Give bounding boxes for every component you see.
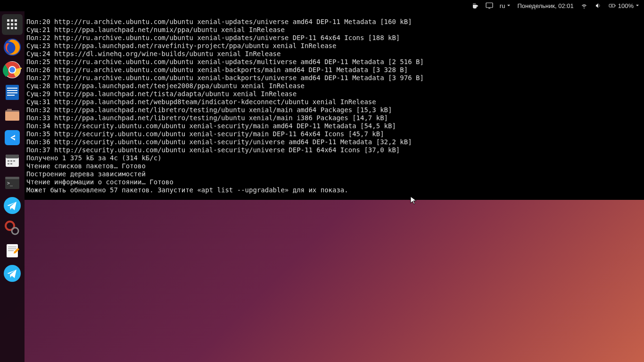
terminal-output-line: Сущ:21 http://ppa.launchpad.net/numix/pp… [26,26,642,34]
volume-indicator-icon[interactable] [594,2,602,9]
terminal-output-line: Пол:34 http://security.ubuntu.com/ubuntu… [26,122,642,130]
svg-rect-10 [7,27,9,29]
terminal-output-line: Пол:36 http://security.ubuntu.com/ubuntu… [26,138,642,146]
svg-rect-43 [8,250,14,251]
svg-rect-31 [13,160,15,162]
svg-rect-0 [486,3,493,8]
keyboard-language-indicator[interactable]: ru [500,2,511,9]
clock-label: Понедельник, 02:01 [517,2,573,9]
terminal-output-line: Сущ:23 http://ppa.launchpad.net/ravefini… [26,42,642,50]
svg-rect-25 [7,109,12,112]
svg-rect-20 [7,90,17,91]
display-indicator-icon[interactable] [486,2,493,9]
svg-rect-41 [8,247,17,247]
file-manager-icon[interactable] [2,105,23,125]
coffee-indicator-icon[interactable] [471,2,479,9]
chevron-down-icon [507,4,511,8]
terminal-output-line: Сущ:28 http://ppa.launchpad.net/teejee20… [26,82,642,90]
terminal-output-line: Сущ:31 http://ppa.launchpad.net/webupd8t… [26,98,642,106]
svg-rect-29 [8,160,9,162]
terminal-output-line: Пол:32 http://ppa.launchpad.net/libretro… [26,106,642,114]
settings-gears-icon[interactable] [2,218,23,239]
terminal-output-line: Пол:20 http://ru.archive.ubuntu.com/ubun… [26,18,642,26]
svg-rect-30 [10,160,12,162]
terminal-output-line: Сущ:24 https://dl.winehq.org/wine-builds… [26,50,642,58]
terminal-output-line: Построение дерева зависимостей [26,170,642,178]
terminal-output-line: Пол:27 http://ru.archive.ubuntu.com/ubun… [26,74,642,82]
svg-rect-21 [7,92,17,93]
mouse-cursor-icon [410,196,418,206]
unity-launcher: >_ [0,11,25,362]
telegram-alt-icon[interactable] [2,263,23,284]
text-editor-icon[interactable] [2,240,23,261]
terminal-output-line: Получено 1 375 kБ за 4с (314 kБ/c) [26,154,642,162]
svg-point-39 [12,228,18,234]
terminal-output: Пол:20 http://ru.archive.ubuntu.com/ubun… [26,18,642,194]
svg-rect-28 [6,155,19,158]
svg-rect-12 [15,27,17,29]
terminal-output-line: Чтение информации о состоянии… Готово [26,178,642,186]
svg-rect-33 [10,163,12,165]
svg-point-17 [9,67,15,73]
battery-indicator[interactable]: 100% [609,2,639,9]
terminal-output-line: Пол:22 http://ru.archive.ubuntu.com/ubun… [26,34,642,42]
terminal-output-line: Пол:26 http://ru.archive.ubuntu.com/ubun… [26,66,642,74]
terminal-output-line: Сущ:29 http://ppa.launchpad.net/tista/ad… [26,90,642,98]
clock-indicator[interactable]: Понедельник, 02:01 [517,2,573,9]
svg-rect-8 [11,23,13,25]
svg-rect-4 [7,19,9,22]
svg-text:>_: >_ [7,181,13,186]
svg-rect-24 [5,112,19,121]
battery-icon [609,2,616,9]
firefox-icon[interactable] [2,37,23,58]
svg-rect-32 [8,163,9,165]
telegram-icon[interactable] [2,195,23,216]
svg-rect-19 [7,88,17,89]
terminal-icon[interactable]: >_ [2,173,23,193]
svg-rect-11 [11,27,13,29]
share-icon[interactable] [2,127,23,148]
terminal-output-line: Пол:37 http://security.ubuntu.com/ubuntu… [26,146,642,154]
svg-rect-9 [15,23,17,25]
svg-rect-26 [5,130,20,145]
svg-rect-3 [615,5,616,6]
calendar-icon[interactable] [2,150,23,171]
terminal-output-line: Может быть обновлено 57 пакетов. Запусти… [26,186,642,194]
terminal-output-line: Чтение списков пакетов… Готово [26,162,642,170]
chevron-down-icon [636,4,639,8]
svg-rect-35 [5,177,19,179]
svg-rect-6 [15,19,17,22]
battery-label: 100% [618,2,634,9]
svg-rect-22 [7,95,15,96]
wifi-indicator-icon[interactable] [580,2,588,9]
svg-rect-42 [8,248,17,249]
libreoffice-writer-icon[interactable] [2,82,23,103]
language-label: ru [500,2,505,9]
svg-rect-5 [11,19,13,22]
terminal-output-line: Пол:33 http://ppa.launchpad.net/libretro… [26,114,642,122]
apps-grid-icon[interactable] [2,14,23,35]
terminal-window[interactable]: Пол:20 http://ru.archive.ubuntu.com/ubun… [25,0,644,200]
terminal-output-line: Пол:35 http://security.ubuntu.com/ubuntu… [26,130,642,138]
svg-rect-7 [7,23,9,25]
chrome-icon[interactable] [2,59,23,80]
top-menu-bar: ru Понедельник, 02:01 100% [0,0,644,11]
terminal-output-line: Пол:25 http://ru.archive.ubuntu.com/ubun… [26,58,642,66]
svg-rect-1 [488,8,490,8]
